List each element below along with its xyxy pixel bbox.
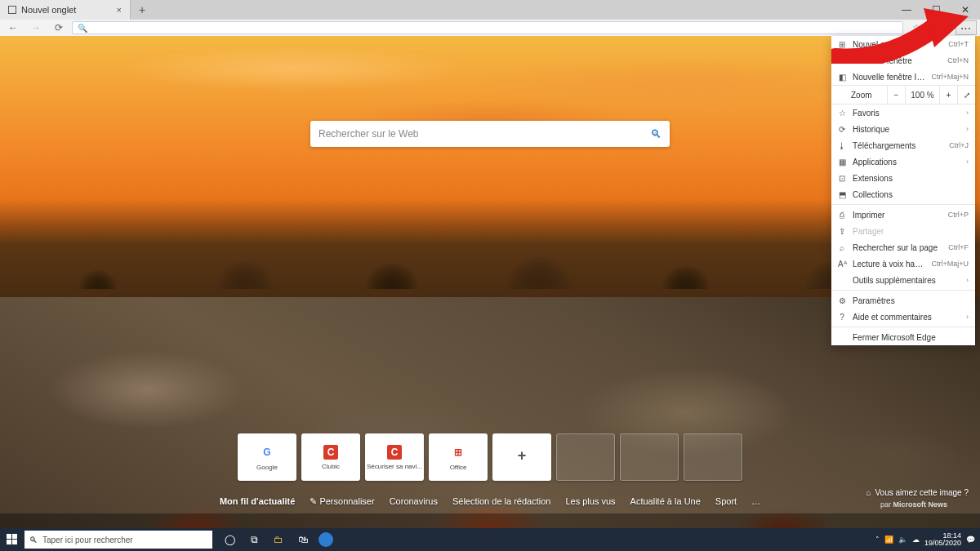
menu-settings[interactable]: ⚙Paramètres	[831, 292, 975, 309]
tile-icon: C	[323, 445, 338, 460]
chevron-right-icon: ›	[966, 109, 969, 117]
explorer-icon[interactable]: 🗀	[270, 531, 287, 549]
menu-apps[interactable]: ▦Applications›	[831, 153, 975, 170]
extension-icon: ⊡	[838, 174, 846, 183]
tab-title: Nouvel onglet	[21, 5, 76, 15]
feed-tab-editorial[interactable]: Sélection de la rédaction	[452, 496, 550, 506]
settings-more-button[interactable]: ⋯	[956, 20, 977, 35]
collections-icon: ⬒	[838, 190, 846, 199]
browser-chrome: Nouvel onglet × + — ☐ ✕ ← → ⟳ 🔍 ☆ 👤 ⋯	[0, 0, 980, 36]
back-button[interactable]: ←	[3, 20, 23, 35]
tile-securiser[interactable]: C Sécuriser sa navi...	[365, 433, 424, 481]
feed-tab-sport[interactable]: Sport	[715, 496, 737, 506]
inprivate-icon: ◧	[838, 73, 846, 82]
menu-collections[interactable]: ⬒Collections	[831, 186, 975, 202]
feed-tab-more[interactable]: …	[751, 496, 760, 506]
address-bar[interactable]: 🔍	[72, 21, 903, 34]
tile-icon: C	[387, 445, 402, 460]
menu-new-window[interactable]: ❐Nouvelle fenêtreCtrl+N	[831, 52, 975, 69]
tray-chevron-icon[interactable]: ˄	[875, 535, 880, 544]
feed-tab-personalize[interactable]: ✎ Personnaliser	[310, 496, 374, 507]
menu-more-tools[interactable]: Outils supplémentaires›	[831, 272, 975, 288]
menu-zoom: Zoom − 100 % + ⤢	[831, 85, 975, 104]
window-icon: ❐	[838, 56, 846, 65]
print-icon: ⎙	[838, 211, 846, 220]
download-icon: ⭳	[838, 141, 846, 150]
feed-separator	[0, 513, 980, 528]
zoom-in-button[interactable]: +	[939, 86, 957, 104]
clock-date: 19/05/2020	[924, 540, 961, 547]
tab-close-icon[interactable]: ×	[117, 5, 122, 15]
menu-print[interactable]: ⎙ImprimerCtrl+P	[831, 207, 975, 223]
tile-label: Office	[450, 464, 467, 471]
feed-tab-topnews[interactable]: Actualité à la Une	[630, 496, 701, 506]
fullscreen-button[interactable]: ⤢	[957, 86, 975, 104]
window-minimize-button[interactable]: —	[892, 0, 921, 20]
tray-notifications-icon[interactable]: 💬	[966, 535, 975, 544]
chevron-right-icon: ›	[966, 158, 969, 166]
history-icon: ⟳	[838, 125, 846, 134]
tile-google[interactable]: G Google	[238, 433, 296, 481]
chevron-right-icon: ›	[966, 276, 969, 284]
store-icon[interactable]: 🛍	[294, 531, 312, 549]
taskbar-search-placeholder: Taper ici pour rechercher	[42, 535, 133, 544]
tray-volume-icon[interactable]: 🔈	[898, 535, 907, 544]
forward-button[interactable]: →	[26, 20, 46, 35]
new-tab-button[interactable]: +	[131, 0, 154, 20]
tile-clubic[interactable]: C Clubic	[301, 433, 360, 481]
menu-share: ⇪Partager	[831, 223, 975, 239]
taskview-icon[interactable]: ⧉	[245, 531, 263, 549]
tile-office[interactable]: ⊞ Office	[429, 433, 488, 481]
search-icon: 🔍︎	[29, 535, 38, 544]
menu-extensions[interactable]: ⊡Extensions	[831, 170, 975, 186]
tile-label: Sécuriser sa navi...	[367, 463, 422, 470]
tile-add[interactable]: +	[492, 433, 551, 481]
menu-inprivate[interactable]: ◧Nouvelle fenêtre InPrivateCtrl+Maj+N	[831, 69, 975, 85]
gear-icon: ⚙	[838, 296, 846, 305]
feed-tab-mostviewed[interactable]: Les plus vus	[565, 496, 615, 506]
menu-find[interactable]: ⌕Rechercher sur la pageCtrl+F	[831, 239, 975, 256]
menu-downloads[interactable]: ⭳TéléchargementsCtrl+J	[831, 137, 975, 153]
share-icon: ⇪	[838, 227, 846, 236]
apps-icon: ▦	[838, 158, 846, 167]
newtab-icon: ⊞	[838, 40, 846, 49]
feed-tab-corona[interactable]: Coronavirus	[390, 496, 438, 506]
browser-tab[interactable]: Nouvel onglet ×	[0, 0, 131, 20]
tray-network-icon[interactable]: 📶	[884, 535, 893, 544]
menu-help[interactable]: ?Aide et commentaires›	[831, 309, 975, 325]
tile-label: Google	[256, 464, 278, 471]
tile-icon: G	[259, 444, 275, 460]
web-search-box[interactable]: Rechercher sur le Web 🔍︎	[310, 121, 670, 147]
help-icon: ?	[838, 313, 846, 322]
svg-rect-3	[12, 540, 17, 544]
refresh-button[interactable]: ⟳	[49, 20, 69, 35]
taskbar-search[interactable]: 🔍︎ Taper ici pour rechercher	[24, 531, 212, 549]
star-icon: ☆	[838, 109, 846, 118]
menu-favorites[interactable]: ☆Favoris›	[831, 104, 975, 121]
search-submit-icon[interactable]: 🔍︎	[650, 127, 662, 140]
tile-empty	[684, 433, 742, 481]
menu-close-edge[interactable]: Fermer Microsoft Edge	[831, 329, 975, 345]
window-controls: — ☐ ✕	[892, 0, 980, 20]
search-placeholder: Rechercher sur le Web	[318, 128, 419, 140]
taskbar-clock[interactable]: 18:14 19/05/2020	[924, 532, 961, 548]
feed-tab-myfeed[interactable]: Mon fil d'actualité	[220, 496, 295, 506]
menu-history[interactable]: ⟳Historique›	[831, 121, 975, 137]
start-button[interactable]	[0, 528, 24, 551]
window-maximize-button[interactable]: ☐	[921, 0, 951, 20]
profile-button[interactable]: 👤	[929, 20, 949, 35]
zoom-value: 100 %	[905, 86, 939, 104]
menu-new-tab[interactable]: ⊞Nouvel ongletCtrl+T	[831, 36, 975, 52]
tab-strip: Nouvel onglet × + — ☐ ✕	[0, 0, 980, 20]
tray-onedrive-icon[interactable]: ☁	[912, 535, 920, 544]
windows-taskbar: 🔍︎ Taper ici pour rechercher ◯ ⧉ 🗀 🛍 ˄ 📶…	[0, 528, 980, 551]
favorite-button[interactable]: ☆	[906, 20, 926, 35]
chevron-right-icon: ›	[966, 125, 969, 133]
edge-icon[interactable]	[318, 532, 333, 547]
tab-favicon-icon	[8, 6, 16, 14]
zoom-out-button[interactable]: −	[887, 86, 905, 104]
system-tray: ˄ 📶 🔈 ☁ 18:14 19/05/2020 💬	[875, 532, 980, 548]
cortana-icon[interactable]: ◯	[220, 531, 238, 549]
window-close-button[interactable]: ✕	[951, 0, 980, 20]
menu-read-aloud[interactable]: AᴬLecture à voix hauteCtrl+Maj+U	[831, 256, 975, 272]
